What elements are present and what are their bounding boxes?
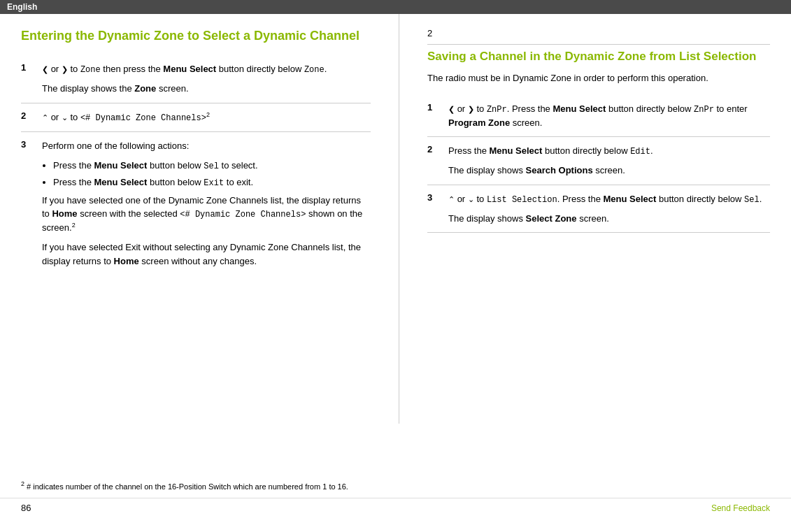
right-step2-para: Press the Menu Select button directly be… [448, 144, 770, 158]
rs2-note-before: The display shows [448, 165, 526, 175]
rs3-note-before: The display shows [448, 213, 526, 224]
right-step-1-row: 1 ❮ or ❯ to ZnPr. Press the Menu Select … [427, 95, 770, 138]
b1-press: Press the [53, 160, 94, 171]
b2-below: button below [147, 177, 204, 187]
b2-menu-select: Menu Select [94, 177, 148, 187]
step-3-number: 3 [21, 139, 35, 150]
right-step3-para: ⌃ or ⌄ to List Selection. Press the Menu… [448, 192, 770, 206]
right-arrow-icon: ❯ [62, 65, 68, 73]
right-step-3-row: 3 ⌃ or ⌄ to List Selection. Press the Me… [427, 185, 770, 233]
r-down-arrow-icon: ⌄ [468, 195, 474, 203]
right-column: 2 Saving a Channel in the Dynamic Zone f… [399, 14, 791, 424]
step-2-number: 2 [21, 110, 35, 121]
rs2-search-options: Search Options [526, 165, 593, 175]
b1-sel: Sel [204, 161, 219, 171]
rs1-screen: screen. [510, 117, 542, 128]
step-1-number: 1 [21, 62, 35, 73]
right-step1-para: ❮ or ❯ to ZnPr. Press the Menu Select bu… [448, 102, 770, 130]
page-num-bottom: 86 [21, 503, 31, 513]
step-3-row: 3 Perform one of the following actions: … [21, 132, 371, 275]
step2-sup: 2 [206, 111, 210, 118]
step1-note-end: screen. [156, 83, 188, 94]
rs3-below: button directly below [656, 194, 744, 204]
step-3-content: Perform one of the following actions: Pr… [42, 139, 371, 268]
p2-end: screen without any changes. [139, 256, 257, 266]
b2-to: to exit. [224, 177, 253, 187]
bottom-bar: 86 Send Feedback [0, 498, 791, 517]
right-step3-note: The display shows Select Zone screen. [448, 212, 770, 226]
step1-note-text: The display shows the [42, 83, 134, 94]
rs1-znpr: ZnPr [487, 105, 507, 115]
step2-code: <# Dynamic Zone Channels> [80, 113, 206, 123]
footnote-section: 2 # indicates number of the channel on t… [0, 480, 791, 492]
r-left-arrow-icon: ❮ [448, 105, 455, 113]
rs3-press: . Press the [557, 194, 604, 204]
b1-to: to select. [219, 160, 258, 171]
step-3-para1: If you have selected one of the Dynamic … [42, 194, 371, 235]
p1-home: Home [52, 208, 77, 219]
right-step-1-number: 1 [427, 102, 441, 113]
up-arrow-icon: ⌃ [42, 113, 48, 122]
down-arrow-icon: ⌄ [62, 113, 68, 122]
step-2-para: ⌃ or ⌄ to <# Dynamic Zone Channels>2 [42, 110, 371, 124]
right-step-3-content: ⌃ or ⌄ to List Selection. Press the Menu… [448, 192, 770, 226]
rs2-menu-select: Menu Select [490, 145, 543, 156]
rs3-sel: Sel [744, 195, 760, 205]
rs3-list-sel: List Selection [487, 195, 557, 205]
step1-period: . [325, 64, 327, 74]
p1-mid: screen with the selected [78, 208, 180, 219]
send-feedback-link[interactable]: Send Feedback [711, 503, 770, 513]
p2-home: Home [114, 256, 139, 266]
step1-button: button directly below [216, 64, 304, 74]
rs3-to: to [476, 194, 486, 204]
b2-press: Press the [53, 177, 94, 187]
step1-zone2: Zone [304, 65, 325, 75]
right-step-2-row: 2 Press the Menu Select button directly … [427, 137, 770, 185]
step-1-note: The display shows the Zone screen. [42, 82, 371, 96]
top-bar: English [0, 0, 791, 14]
rs1-to: to [476, 103, 486, 114]
step1-menu-select: Menu Select [163, 64, 216, 74]
right-step-1-content: ❮ or ❯ to ZnPr. Press the Menu Select bu… [448, 102, 770, 130]
bullet-1: Press the Menu Select button below Sel t… [53, 159, 371, 173]
p1-code: <# Dynamic Zone Channels> [180, 210, 306, 220]
right-intro: The radio must be in Dynamic Zone in ord… [427, 71, 770, 85]
p1-sup: 2 [72, 222, 76, 229]
rs3-or: or [457, 194, 468, 204]
step2-to: to [70, 112, 80, 122]
rs2-note-end: screen. [593, 165, 625, 175]
step-1-row: 1 ❮ or ❯ to Zone then press the Menu Sel… [21, 55, 371, 103]
step-2-content: ⌃ or ⌄ to <# Dynamic Zone Channels>2 [42, 110, 371, 124]
rs2-below: button directly below [542, 145, 630, 156]
step1-zone-bold: Zone [134, 83, 156, 94]
b1-menu-select: Menu Select [94, 160, 148, 171]
rs3-menu-select: Menu Select [603, 194, 656, 204]
rs1-press: . Press the [507, 103, 553, 114]
step-3-intro: Perform one of the following actions: [42, 139, 371, 153]
right-step2-note: The display shows Search Options screen. [448, 164, 770, 178]
rs1-program-zone: Program Zone [448, 117, 510, 128]
right-step-2-content: Press the Menu Select button directly be… [448, 144, 770, 178]
footnote-text: 2 # indicates number of the channel on t… [21, 480, 770, 492]
page-number-area: 2 [427, 28, 770, 45]
rs1-below: button directly below [606, 103, 694, 114]
page-number: 2 [427, 28, 432, 38]
rs1-znpr2: ZnPr [694, 105, 714, 115]
step-2-row: 2 ⌃ or ⌄ to <# Dynamic Zone Channels>2 [21, 103, 371, 132]
step-3-bullets: Press the Menu Select button below Sel t… [53, 159, 371, 189]
rs1-menu-select: Menu Select [553, 103, 606, 114]
rs2-period: . [650, 145, 653, 156]
left-arrow-icon: ❮ [42, 65, 48, 73]
top-bar-label: English [7, 2, 37, 12]
rs2-press: Press the [448, 145, 490, 156]
rs2-edit: Edit [630, 147, 650, 157]
rs3-note-end: screen. [577, 213, 609, 224]
step1-or: or [51, 64, 62, 74]
rs1-enter: to enter [714, 103, 748, 114]
right-section-title: Saving a Channel in the Dynamic Zone fro… [427, 49, 770, 64]
step1-zone-code: Zone [80, 65, 101, 75]
rs3-period: . [760, 194, 762, 204]
step-1-para: ❮ or ❯ to Zone then press the Menu Selec… [42, 62, 371, 76]
step-3-para2: If you have selected Exit without select… [42, 240, 371, 268]
left-section-title: Entering the Dynamic Zone to Select a Dy… [21, 28, 371, 44]
